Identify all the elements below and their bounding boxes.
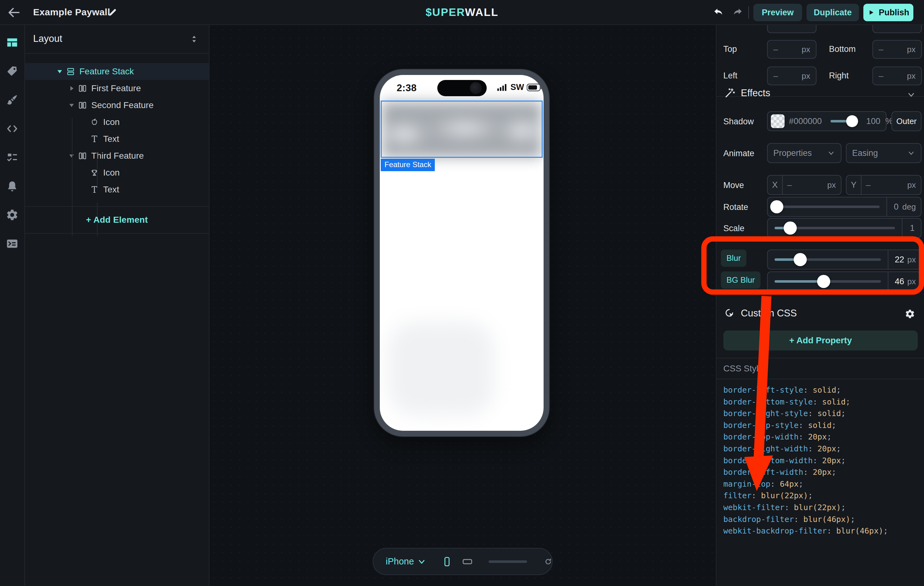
scale-slider-knob[interactable] [784, 221, 797, 235]
blur-slider[interactable] [775, 258, 881, 261]
bg-blur-badge[interactable]: BG Blur [721, 272, 761, 289]
back-icon[interactable] [7, 6, 21, 19]
device-select[interactable]: iPhone [386, 556, 414, 567]
tree-item-label: Icon [103, 168, 120, 178]
canvas-zoom-slider[interactable] [488, 560, 527, 563]
tree-item-icon[interactable]: Icon [25, 164, 209, 181]
publish-button[interactable]: Publish [863, 4, 913, 21]
left-input[interactable]: –px [767, 66, 817, 85]
gear-icon[interactable] [904, 309, 915, 319]
left-label: Left [723, 71, 738, 81]
tree-item-text[interactable]: TText [25, 181, 209, 198]
tree-item-second-feature[interactable]: Second Feature [25, 97, 209, 114]
caret-down-icon[interactable] [55, 67, 64, 76]
blur-value[interactable]: 22 [894, 255, 904, 265]
signal-icon [497, 83, 508, 92]
shadow-color-swatch[interactable] [771, 114, 785, 128]
shadow-mode-button[interactable]: Outer [891, 111, 921, 131]
portrait-icon[interactable] [444, 553, 450, 570]
chevron-down-icon [827, 149, 835, 157]
custom-css-title: Custom CSS [741, 308, 797, 319]
right-input[interactable]: –px [873, 66, 922, 85]
tree-item-icon[interactable]: Icon [25, 114, 209, 130]
device-toolbar: iPhone [373, 548, 553, 575]
blur-slider-knob[interactable] [794, 253, 807, 266]
bg-blur-slider[interactable] [775, 280, 881, 283]
undo-icon[interactable] [712, 6, 726, 19]
tag-icon[interactable] [6, 65, 19, 78]
paintbrush-icon[interactable] [6, 94, 19, 107]
shadow-hex[interactable]: #000000 [789, 117, 822, 126]
bg-blur-slider-knob[interactable] [817, 275, 830, 288]
scale-control[interactable]: 1 [767, 218, 921, 238]
scale-slider[interactable] [775, 227, 895, 229]
preview-button[interactable]: Preview [753, 4, 802, 21]
tree-item-third-feature[interactable]: Third Feature [25, 147, 209, 164]
tree-item-label: Text [103, 184, 119, 194]
custom-css-header[interactable]: Custom CSS [724, 308, 797, 319]
edit-title-icon[interactable] [107, 7, 118, 18]
sort-icon[interactable] [189, 34, 200, 44]
shadow-opacity-slider[interactable] [830, 120, 857, 122]
text-icon: T [88, 183, 101, 196]
code-icon[interactable] [6, 122, 19, 135]
bell-icon[interactable] [6, 179, 19, 193]
redo-icon[interactable] [730, 6, 744, 19]
caret-right-icon[interactable] [67, 84, 76, 93]
animate-easing-select[interactable]: Easing [846, 143, 921, 163]
add-element-button[interactable]: + Add Element [86, 215, 148, 225]
columns-icon [76, 150, 89, 162]
task-list-icon[interactable] [6, 151, 19, 164]
effects-header[interactable]: Effects [724, 87, 770, 99]
battery-icon [527, 83, 543, 92]
control-divider [782, 176, 783, 194]
bottom-input[interactable]: –px [873, 40, 922, 59]
bg-blur-control[interactable]: 46 px [767, 272, 921, 291]
caret-down-icon[interactable] [67, 100, 76, 110]
blur-badge[interactable]: Blur [721, 250, 746, 267]
css-line: border-bottom-style: solid; [723, 396, 888, 408]
shadow-control[interactable]: #000000 100 % [767, 111, 886, 131]
css-code-block[interactable]: border-left-style: solid;border-bottom-s… [723, 384, 888, 537]
rotate-slider-knob[interactable] [770, 200, 783, 213]
rotate-control[interactable]: 0 deg [767, 197, 921, 217]
css-line: webkit-backdrop-filter: blur(46px); [723, 525, 888, 537]
top-input[interactable]: –px [767, 40, 817, 59]
tree-item-first-feature[interactable]: First Feature [25, 80, 209, 97]
refresh-icon[interactable] [544, 555, 552, 568]
gear-icon[interactable] [6, 208, 19, 221]
tree-item-label: Text [103, 134, 119, 144]
blur-control[interactable]: 22 px [767, 250, 921, 270]
add-property-button[interactable]: + Add Property [723, 331, 918, 351]
stack-icon [64, 65, 77, 78]
effects-collapse-icon[interactable] [906, 90, 916, 99]
scale-value[interactable]: 1 [910, 223, 915, 233]
shadow-opacity-value[interactable]: 100 [866, 117, 880, 126]
layout-grid-icon[interactable] [6, 36, 19, 49]
terminal-icon[interactable] [6, 237, 19, 250]
landscape-icon[interactable] [463, 556, 472, 567]
duplicate-button[interactable]: Duplicate [807, 4, 859, 21]
section-divider [716, 379, 924, 379]
design-canvas[interactable]: 2:38 SW Fea [210, 26, 716, 586]
tree-item-feature-stack[interactable]: Feature Stack [25, 63, 209, 80]
caret-down-icon[interactable] [67, 151, 76, 161]
move-y-input[interactable]: Y – px [846, 175, 921, 195]
move-x-input[interactable]: X – px [767, 175, 842, 195]
bottom-label: Bottom [829, 44, 856, 54]
tree-item-label: Second Feature [91, 100, 153, 110]
rotate-slider[interactable] [775, 206, 879, 208]
zoom-slider-knob[interactable] [488, 560, 500, 572]
css-line: border-top-width: 20px; [723, 431, 888, 443]
section-divider [716, 358, 924, 358]
phone-screen[interactable]: 2:38 SW Fea [380, 75, 544, 431]
add-element-row[interactable]: + Add Element [25, 206, 209, 234]
play-icon [868, 9, 875, 16]
rotate-value[interactable]: 0 [894, 202, 899, 212]
chevron-down-icon[interactable] [417, 557, 426, 566]
selection-outline[interactable] [381, 100, 543, 158]
tree-item-text[interactable]: TText [25, 130, 209, 147]
animate-properties-select[interactable]: Properties [767, 143, 842, 163]
shadow-slider-knob[interactable] [846, 115, 858, 127]
bg-blur-value[interactable]: 46 [894, 277, 904, 286]
